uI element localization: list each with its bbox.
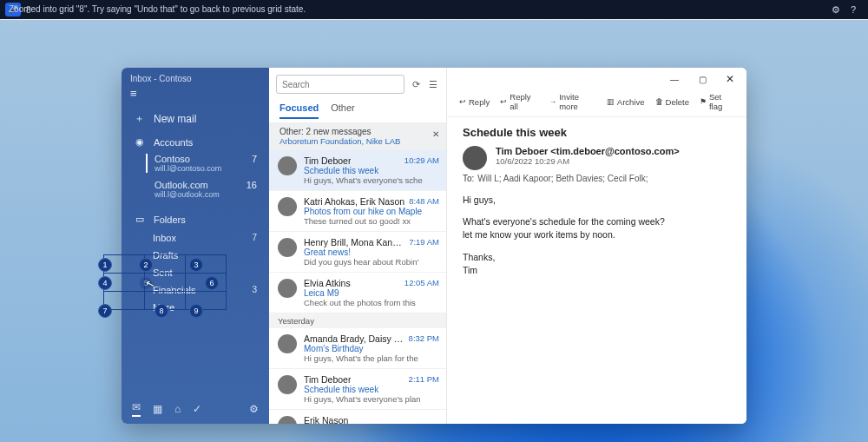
body-line: What's everyone's schedule for the comin… (463, 215, 731, 241)
minimize-button[interactable]: — (661, 75, 687, 84)
voice-access-bar: 🎤 8 Zoomed into grid "8". Try saying "Un… (0, 0, 868, 19)
account-name: Outlook.com (155, 180, 208, 190)
grid-number: 7 (98, 304, 112, 318)
people-nav-icon[interactable]: ⌂ (174, 403, 181, 415)
reply-button[interactable]: ↩Reply (459, 92, 490, 111)
message-time: 8:32 PM (409, 333, 439, 344)
archive-button[interactable]: ▥Archive (607, 92, 645, 111)
reading-pane: — ▢ ✕ ↩Reply ↩Reply all →Invite more ▥Ar… (447, 68, 746, 424)
sidebar: Inbox - Contoso ≡ ＋ New mail ◉ Accounts … (122, 68, 269, 424)
select-icon[interactable]: ☰ (427, 79, 439, 90)
message-subject: Great news! (304, 247, 439, 257)
message-item[interactable]: Elvia Atkins12:05 AMLeica M9Check out th… (269, 273, 446, 313)
message-time: 10:29 AM (404, 155, 439, 166)
avatar (278, 238, 297, 257)
recipients: To:Will L; Aadi Kapoor; Beth Davies; Cec… (463, 174, 731, 183)
account-count: 16 (247, 180, 257, 190)
flag-button[interactable]: ⚑Set flag (700, 92, 734, 111)
folders-header[interactable]: ▭ Folders (122, 209, 269, 229)
voice-status-message: Zoomed into grid "8". Try saying "Undo t… (0, 0, 868, 20)
tab-other[interactable]: Other (331, 99, 355, 119)
mail-nav-icon[interactable]: ✉ (132, 401, 141, 417)
message-from: Erik Nason (304, 415, 348, 424)
delete-button[interactable]: 🗑Delete (655, 92, 689, 111)
reply-all-button[interactable]: ↩Reply all (500, 92, 538, 111)
message-preview: Hi guys, What's the plan for the (304, 353, 439, 363)
new-mail-label: New mail (154, 113, 260, 125)
reply-icon: ↩ (459, 97, 466, 106)
message-item[interactable]: Katri Ahokas, Erik Nason8:48 AMPhotos fr… (269, 191, 446, 232)
todo-nav-icon[interactable]: ✓ (193, 403, 201, 415)
window-title: Inbox - Contoso (122, 68, 269, 85)
message-preview: Hi guys, What's everyone's sche (304, 175, 439, 185)
accounts-header[interactable]: ◉ Accounts (122, 132, 269, 152)
grid-number: 8 (155, 304, 168, 318)
avatar (278, 279, 297, 298)
message-date: 10/6/2022 10:29 AM (496, 156, 680, 166)
grid-number: 4 (98, 276, 112, 290)
folder-inbox[interactable]: Inbox7 (153, 229, 269, 247)
close-button[interactable]: ✕ (717, 73, 743, 85)
message-time: 12:05 AM (404, 278, 439, 288)
message-from: Amanda Brady, Daisy Phillips (304, 333, 405, 344)
sender-name: Tim Deboer <tim.deboer@contoso.com> (496, 146, 680, 156)
new-mail-button[interactable]: ＋ New mail (122, 105, 269, 132)
menu-icon[interactable]: ≡ (122, 85, 269, 105)
person-icon: ◉ (134, 136, 145, 148)
other-banner-title: Other: 2 new messages (279, 127, 425, 136)
message-item[interactable]: Tim Deboer10:29 AMSchedule this weekHi g… (269, 150, 446, 191)
account-count: 7 (252, 154, 257, 164)
calendar-nav-icon[interactable]: ▦ (153, 403, 162, 415)
account-contoso[interactable]: Contoso7 will.l@contoso.com (122, 152, 269, 178)
avatar (278, 334, 297, 353)
message-from: Tim Deboer (304, 155, 351, 166)
grid-number: 9 (189, 304, 203, 318)
folder-icon: ▭ (134, 214, 145, 225)
forward-button[interactable]: →Invite more (549, 92, 596, 111)
message-time: 7:19 AM (409, 237, 439, 247)
message-preview: Did you guys hear about Robin' (304, 257, 439, 267)
account-email: will.l@outlook.com (155, 190, 257, 199)
message-time: 8:48 AM (409, 196, 439, 207)
accounts-label: Accounts (154, 137, 260, 148)
message-subject: Schedule this week (304, 166, 439, 175)
archive-icon: ▥ (607, 97, 615, 106)
plus-icon: ＋ (134, 112, 145, 125)
grid-number: 1 (98, 258, 112, 272)
account-name: Contoso (155, 154, 190, 164)
message-subject: Leica M9 (304, 288, 439, 298)
message-subject: Photos from our hike on Maple (304, 207, 439, 216)
message-preview: Hi guys, What's everyone's plan (304, 394, 439, 404)
avatar (278, 156, 297, 175)
tab-focused[interactable]: Focused (279, 99, 319, 119)
other-messages-banner[interactable]: Other: 2 new messages Arboretum Foundati… (269, 122, 446, 150)
maximize-button[interactable]: ▢ (689, 75, 715, 84)
account-email: will.l@contoso.com (155, 164, 257, 173)
message-item[interactable]: Henry Brill, Mona Kane, Cecil F7:19 AMGr… (269, 232, 446, 273)
message-item[interactable]: Amanda Brady, Daisy Phillips8:32 PMMom's… (269, 328, 446, 369)
delete-icon: 🗑 (655, 97, 663, 106)
grid-number: 6 (205, 276, 219, 290)
other-banner-senders: Arboretum Foundation, Nike LAB (279, 136, 425, 146)
message-from: Katri Ahokas, Erik Nason (304, 196, 404, 207)
sender-avatar (463, 146, 487, 170)
message-time: 2:11 PM (409, 374, 439, 385)
forward-icon: → (549, 97, 556, 106)
body-line: Hi guys, (463, 194, 731, 207)
refresh-icon[interactable]: ⟳ (410, 79, 422, 90)
close-icon[interactable]: ✕ (432, 129, 439, 139)
message-list: ⟳ ☰ Focused Other Other: 2 new messages … (269, 68, 447, 424)
day-header: Yesterday (269, 313, 446, 328)
message-from: Henry Brill, Mona Kane, Cecil F (304, 237, 405, 247)
message-item[interactable]: Erik Nason (269, 410, 446, 424)
grid-number: 2 (139, 258, 153, 272)
avatar (278, 375, 297, 394)
mail-window: Inbox - Contoso ≡ ＋ New mail ◉ Accounts … (122, 68, 746, 424)
body-line: Thanks, Tim (463, 251, 731, 277)
settings-nav-icon[interactable]: ⚙ (249, 403, 259, 415)
search-input[interactable] (276, 75, 404, 94)
message-preview: Check out the photos from this (304, 298, 439, 307)
account-outlook[interactable]: Outlook.com16 will.l@outlook.com (122, 178, 269, 204)
message-item[interactable]: Tim Deboer2:11 PMSchedule this weekHi gu… (269, 369, 446, 410)
avatar (278, 197, 297, 216)
